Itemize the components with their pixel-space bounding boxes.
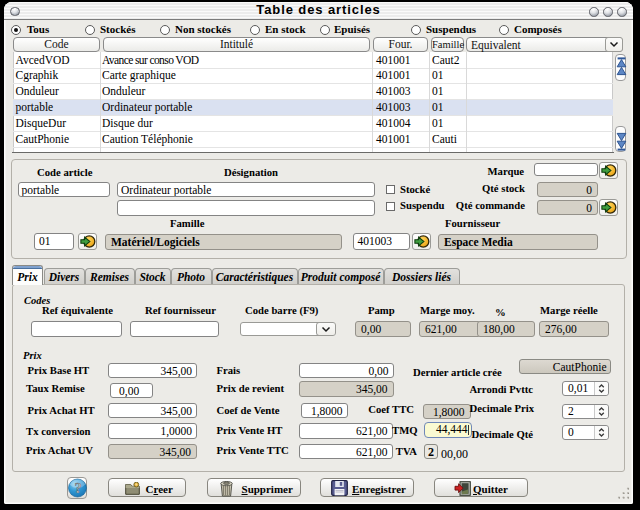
svg-text:?: ?	[74, 480, 81, 496]
